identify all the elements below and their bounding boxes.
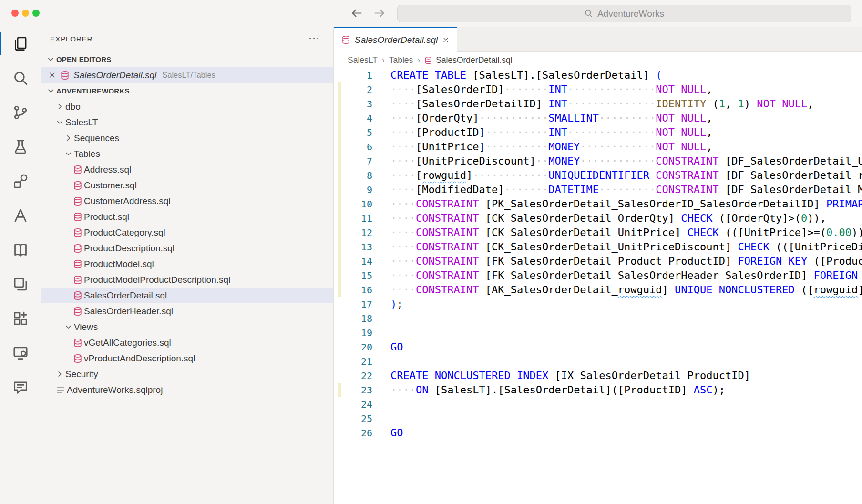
line-number[interactable]: 25 [334, 411, 390, 426]
chevron-down-icon[interactable] [64, 323, 72, 331]
line-number[interactable]: 21 [334, 354, 390, 369]
line-content[interactable]: ····[SalesOrderDetailID] INT············… [390, 97, 862, 111]
line-content[interactable]: ····[ModifiedDate]·······DATETIME·······… [390, 183, 862, 197]
code-line-8[interactable]: 8····[rowguid]············UNIQUEIDENTIFI… [334, 168, 862, 183]
code-line-9[interactable]: 9····[ModifiedDate]·······DATETIME······… [334, 183, 862, 197]
code-line-3[interactable]: 3····[SalesOrderDetailID] INT···········… [334, 97, 862, 111]
activity-item-search[interactable] [0, 61, 41, 95]
tree-item-vproductanddescription-sql[interactable]: vProductAndDescription.sql [41, 350, 333, 366]
tree-item-productdescription-sql[interactable]: ProductDescription.sql [41, 240, 333, 256]
line-number[interactable]: 17 [334, 297, 390, 311]
chevron-down-icon[interactable] [64, 150, 72, 158]
code-line-25[interactable]: 25 [334, 411, 862, 426]
line-number[interactable]: 19 [334, 326, 390, 340]
tree-item-salesorderdetail-sql[interactable]: SalesOrderDetail.sql [41, 288, 333, 303]
traffic-light-close[interactable] [11, 10, 19, 17]
line-number[interactable]: 2 [334, 82, 390, 97]
line-number[interactable]: 11 [334, 211, 390, 226]
code-line-22[interactable]: 22CREATE NONCLUSTERED INDEX [IX_SalesOrd… [334, 369, 862, 383]
forward-arrow-icon[interactable] [373, 7, 386, 20]
tree-item-productcategory-sql[interactable]: ProductCategory.sql [41, 225, 333, 240]
line-number[interactable]: 6 [334, 140, 390, 154]
line-content[interactable]: ····CONSTRAINT [FK_SalesOrderDetail_Sale… [390, 268, 862, 283]
chevron-right-icon[interactable] [56, 370, 64, 378]
tree-item-security[interactable]: Security [41, 366, 333, 382]
tree-item-saleslt[interactable]: SalesLT [41, 114, 333, 130]
activity-item-run-and-debug[interactable] [0, 130, 41, 164]
code-line-18[interactable]: 18 [334, 311, 862, 326]
code-editor[interactable]: 1CREATE TABLE [SalesLT].[SalesOrderDetai… [334, 68, 862, 504]
tree-item-dbo[interactable]: dbo [41, 99, 333, 114]
line-content[interactable]: ····[OrderQty]···········SMALLINT·······… [390, 111, 862, 125]
chevron-down-icon[interactable] [56, 118, 64, 126]
sidebar-more-actions-button[interactable]: ⋯ [308, 31, 320, 45]
line-number[interactable]: 9 [334, 183, 390, 197]
code-line-10[interactable]: 10····CONSTRAINT [PK_SalesOrderDetail_Sa… [334, 197, 862, 211]
line-content[interactable]: ····[ProductID]··········INT············… [390, 125, 862, 140]
line-number[interactable]: 8 [334, 168, 390, 183]
line-number[interactable]: 16 [334, 283, 390, 297]
code-line-17[interactable]: 17); [334, 297, 862, 311]
line-number[interactable]: 5 [334, 125, 390, 140]
activity-item-components[interactable] [0, 164, 41, 198]
activity-item-remote-monitor[interactable] [0, 336, 41, 370]
line-content[interactable]: ····CONSTRAINT [CK_SalesOrderDetail_Unit… [390, 226, 862, 240]
tree-item-sequences[interactable]: Sequences [41, 130, 333, 146]
line-content[interactable]: ····[rowguid]············UNIQUEIDENTIFIE… [390, 168, 862, 183]
tree-item-tables[interactable]: Tables [41, 146, 333, 162]
line-content[interactable]: CREATE TABLE [SalesLT].[SalesOrderDetail… [390, 68, 862, 82]
chevron-right-icon[interactable] [56, 103, 64, 111]
command-center-search[interactable]: AdventureWorks [397, 5, 851, 22]
tree-item-productmodel-sql[interactable]: ProductModel.sql [41, 256, 333, 272]
line-number[interactable]: 23 [334, 383, 390, 397]
code-line-4[interactable]: 4····[OrderQty]···········SMALLINT······… [334, 111, 862, 125]
line-content[interactable]: ····[UnitPriceDiscount]··MONEY··········… [390, 154, 862, 168]
code-line-13[interactable]: 13····CONSTRAINT [CK_SalesOrderDetail_Un… [334, 240, 862, 254]
line-number[interactable]: 10 [334, 197, 390, 211]
open-editor-salesorderdetail-sql[interactable]: SalesOrderDetail.sqlSalesLT/Tables [41, 67, 333, 83]
line-content[interactable]: ····CONSTRAINT [CK_SalesOrderDetail_Unit… [390, 240, 862, 254]
code-line-12[interactable]: 12····CONSTRAINT [CK_SalesOrderDetail_Un… [334, 226, 862, 240]
line-content[interactable] [390, 397, 862, 411]
line-number[interactable]: 4 [334, 111, 390, 125]
line-content[interactable]: ····CONSTRAINT [CK_SalesOrderDetail_Orde… [390, 211, 862, 226]
line-content[interactable] [390, 411, 862, 426]
code-line-1[interactable]: 1CREATE TABLE [SalesLT].[SalesOrderDetai… [334, 68, 862, 82]
activity-item-editor-groups[interactable] [0, 267, 41, 301]
code-line-11[interactable]: 11····CONSTRAINT [CK_SalesOrderDetail_Or… [334, 211, 862, 226]
line-content[interactable]: ); [390, 297, 862, 311]
tree-item-vgetallcategories-sql[interactable]: vGetAllCategories.sql [41, 335, 333, 350]
chevron-right-icon[interactable] [64, 134, 72, 142]
line-content[interactable] [390, 354, 862, 369]
line-content[interactable]: ····[UnitPrice]··········MONEY··········… [390, 140, 862, 154]
line-content[interactable]: ····ON [SalesLT].[SalesOrderDetail]([Pro… [390, 383, 862, 397]
open-editors-section-header[interactable]: OPEN EDITORS [41, 51, 333, 67]
line-number[interactable]: 18 [334, 311, 390, 326]
line-number[interactable]: 22 [334, 369, 390, 383]
line-number[interactable]: 1 [334, 68, 390, 82]
breadcrumb-item-salesorderdetail-sql[interactable]: SalesOrderDetail.sql [424, 55, 512, 65]
line-content[interactable]: ····[SalesOrderID]·······INT············… [390, 82, 862, 97]
line-content[interactable]: ····CONSTRAINT [PK_SalesOrderDetail_Sale… [390, 197, 862, 211]
close-icon[interactable] [48, 71, 56, 79]
line-number[interactable]: 3 [334, 97, 390, 111]
traffic-light-zoom[interactable] [32, 10, 40, 17]
line-number[interactable]: 24 [334, 397, 390, 411]
activity-item-comments[interactable] [0, 370, 41, 404]
close-icon[interactable] [442, 36, 450, 44]
line-number[interactable]: 13 [334, 240, 390, 254]
code-line-15[interactable]: 15····CONSTRAINT [FK_SalesOrderDetail_Sa… [334, 268, 862, 283]
tree-item-product-sql[interactable]: Product.sql [41, 209, 333, 225]
line-number[interactable]: 14 [334, 254, 390, 268]
code-line-26[interactable]: 26GO [334, 426, 862, 440]
code-line-2[interactable]: 2····[SalesOrderID]·······INT···········… [334, 82, 862, 97]
code-line-21[interactable]: 21 [334, 354, 862, 369]
code-line-19[interactable]: 19 [334, 326, 862, 340]
adventureworks-section-header[interactable]: ADVENTUREWORKS [41, 83, 333, 99]
code-line-5[interactable]: 5····[ProductID]··········INT···········… [334, 125, 862, 140]
line-content[interactable] [390, 326, 862, 340]
code-line-20[interactable]: 20GO [334, 340, 862, 354]
tree-item-salesorderheader-sql[interactable]: SalesOrderHeader.sql [41, 303, 333, 319]
line-number[interactable]: 15 [334, 268, 390, 283]
code-line-7[interactable]: 7····[UnitPriceDiscount]··MONEY·········… [334, 154, 862, 168]
